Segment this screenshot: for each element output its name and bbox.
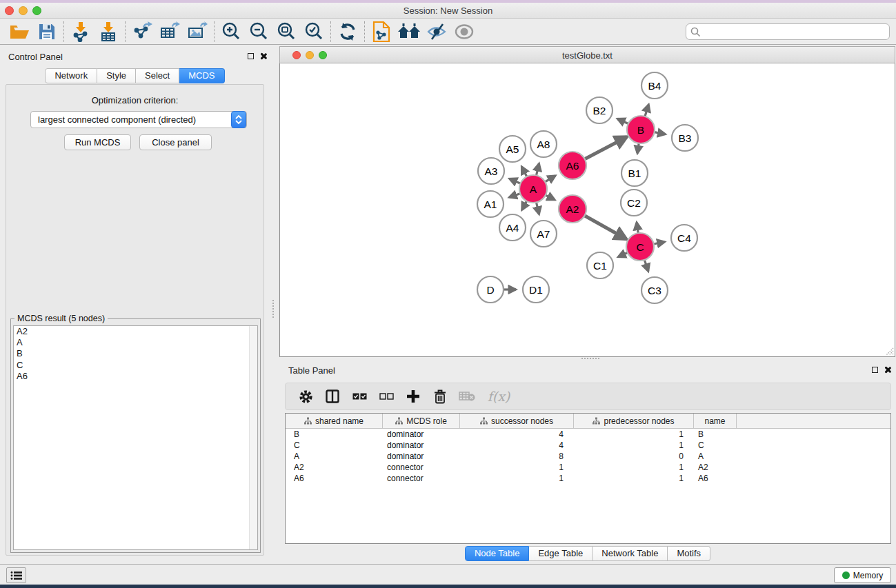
mcds-result-item[interactable]: A2 bbox=[14, 326, 257, 337]
table-cell[interactable]: 1 bbox=[574, 473, 694, 484]
show-panels-button[interactable] bbox=[450, 20, 478, 43]
tab-edge-table[interactable]: Edge Table bbox=[529, 546, 593, 561]
column-header-MCDS-role[interactable]: MCDS role bbox=[383, 414, 460, 428]
function-builder-button[interactable]: f(x) bbox=[484, 386, 514, 407]
graph-edge-C-C2[interactable] bbox=[637, 223, 638, 233]
delete-row-button[interactable] bbox=[430, 386, 450, 407]
table-cell[interactable]: dominator bbox=[383, 440, 460, 451]
table-cell[interactable]: dominator bbox=[383, 451, 460, 462]
close-panel-button[interactable]: Close panel bbox=[139, 134, 212, 150]
graph-edge-A-A1[interactable] bbox=[509, 194, 520, 198]
graph-edge-A2-C[interactable] bbox=[584, 216, 626, 239]
graph-edge-A-A5[interactable] bbox=[521, 167, 526, 176]
delete-table-button[interactable] bbox=[457, 386, 477, 407]
float-panel-icon[interactable] bbox=[248, 53, 254, 59]
hide-panels-button[interactable] bbox=[423, 20, 450, 43]
graph-edge-A-A3[interactable] bbox=[510, 179, 521, 183]
export-image-button[interactable] bbox=[183, 20, 211, 43]
table-cell[interactable]: 4 bbox=[460, 429, 574, 440]
zoom-out-button[interactable] bbox=[245, 20, 272, 43]
table-cell[interactable]: 1 bbox=[460, 473, 574, 484]
table-row[interactable]: Cdominator41C bbox=[286, 440, 890, 451]
export-table-button[interactable] bbox=[156, 20, 183, 43]
table-cell[interactable]: 1 bbox=[574, 462, 694, 473]
new-network-from-file-button[interactable] bbox=[368, 20, 395, 43]
mcds-result-item[interactable]: B bbox=[14, 348, 257, 359]
run-mcds-button[interactable]: Run MCDS bbox=[64, 134, 131, 150]
table-cell[interactable]: dominator bbox=[383, 429, 460, 440]
resize-grip[interactable] bbox=[884, 345, 894, 356]
column-header-name[interactable]: name bbox=[694, 414, 737, 428]
memory-button[interactable]: Memory bbox=[834, 567, 891, 583]
task-history-button[interactable] bbox=[6, 567, 26, 583]
network-canvas[interactable]: AA1A3A4A5A7A8A2A6BB1B2B3B4CC1C2C3C4DD1 bbox=[279, 63, 895, 357]
graph-edge-B-B1[interactable] bbox=[637, 143, 639, 153]
home-layout-button[interactable] bbox=[395, 20, 423, 43]
export-network-button[interactable] bbox=[128, 20, 156, 43]
float-table-panel-icon[interactable] bbox=[872, 367, 878, 373]
zoom-selected-button[interactable] bbox=[300, 20, 328, 43]
graph-edge-C-C3[interactable] bbox=[644, 260, 648, 272]
add-row-button[interactable] bbox=[403, 386, 424, 407]
table-row[interactable]: A6connector11A6 bbox=[286, 473, 890, 484]
tab-select[interactable]: Select bbox=[136, 68, 179, 83]
tab-node-table[interactable]: Node Table bbox=[465, 546, 530, 561]
table-cell[interactable]: 1 bbox=[574, 429, 694, 440]
search-input[interactable] bbox=[701, 25, 889, 39]
table-cell[interactable]: B bbox=[694, 429, 737, 440]
open-file-button[interactable] bbox=[6, 20, 33, 43]
mcds-result-item[interactable]: C bbox=[14, 360, 257, 371]
graph-edge-A-A4[interactable] bbox=[522, 201, 527, 210]
table-cell[interactable]: 4 bbox=[460, 440, 574, 451]
table-cell[interactable]: A6 bbox=[286, 473, 383, 484]
tab-style[interactable]: Style bbox=[97, 68, 136, 83]
column-header-shared-name[interactable]: shared name bbox=[286, 414, 383, 428]
table-cell[interactable]: A6 bbox=[694, 473, 737, 484]
table-cell[interactable]: A bbox=[286, 451, 383, 462]
graph-edge-B-B2[interactable] bbox=[617, 119, 628, 123]
criterion-dropdown[interactable]: largest connected component (directed) bbox=[30, 111, 247, 128]
save-session-button[interactable] bbox=[33, 20, 61, 43]
table-cell[interactable]: A2 bbox=[694, 462, 737, 473]
mcds-result-item[interactable]: A bbox=[14, 337, 257, 348]
column-header-successor-nodes[interactable]: successor nodes bbox=[460, 414, 574, 428]
table-cell[interactable]: A2 bbox=[286, 462, 383, 473]
table-cell[interactable]: 1 bbox=[574, 440, 694, 451]
table-row[interactable]: A2connector11A2 bbox=[286, 462, 890, 473]
vertical-splitter-handle[interactable] bbox=[272, 300, 276, 318]
show-columns-button[interactable] bbox=[322, 386, 343, 407]
tab-network-table[interactable]: Network Table bbox=[593, 546, 668, 561]
table-cell[interactable]: C bbox=[286, 440, 383, 451]
table-cell[interactable]: connector bbox=[383, 462, 460, 473]
graph-edge-A-A7[interactable] bbox=[536, 202, 539, 214]
graph-edge-A-A6[interactable] bbox=[545, 176, 555, 182]
table-cell[interactable]: C bbox=[694, 440, 737, 451]
mcds-result-item[interactable]: A6 bbox=[14, 371, 257, 382]
table-cell[interactable]: B bbox=[286, 429, 383, 440]
graph-edge-A6-B[interactable] bbox=[585, 137, 627, 159]
graph-edge-A-A8[interactable] bbox=[536, 163, 539, 175]
refresh-button[interactable] bbox=[334, 20, 361, 43]
table-cell[interactable]: A bbox=[694, 451, 737, 462]
tab-network[interactable]: Network bbox=[45, 68, 97, 83]
table-settings-button[interactable] bbox=[295, 386, 316, 407]
import-network-button[interactable] bbox=[67, 20, 94, 43]
table-row[interactable]: Adominator80A bbox=[286, 451, 890, 462]
close-table-panel-icon[interactable] bbox=[884, 366, 891, 374]
zoom-fit-button[interactable] bbox=[272, 20, 300, 43]
import-table-button[interactable] bbox=[94, 20, 122, 43]
graph-edge-A-A2[interactable] bbox=[546, 195, 555, 200]
graph-edge-C-C4[interactable] bbox=[654, 242, 665, 244]
table-cell[interactable]: 0 bbox=[574, 451, 694, 462]
tab-motifs[interactable]: Motifs bbox=[668, 546, 710, 561]
table-cell[interactable]: connector bbox=[383, 473, 460, 484]
close-panel-icon[interactable] bbox=[259, 52, 267, 60]
tab-mcds[interactable]: MCDS bbox=[179, 68, 224, 83]
unselect-all-button[interactable] bbox=[376, 386, 397, 407]
graph-edge-B-B3[interactable] bbox=[655, 132, 666, 134]
table-cell[interactable]: 8 bbox=[460, 451, 574, 462]
select-all-button[interactable] bbox=[349, 386, 370, 407]
zoom-in-button[interactable] bbox=[217, 20, 245, 43]
table-row[interactable]: Bdominator41B bbox=[286, 429, 890, 440]
table-cell[interactable]: 1 bbox=[460, 462, 574, 473]
